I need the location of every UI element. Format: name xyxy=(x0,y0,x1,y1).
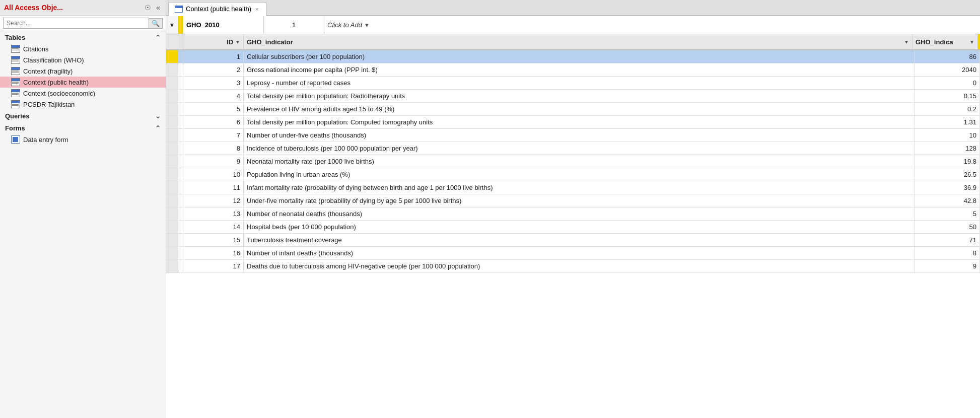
row-id-15: 16 xyxy=(183,247,244,259)
table-row[interactable]: 5 Prevalence of HIV among adults aged 15… xyxy=(166,103,980,116)
col-header-indicator[interactable]: GHO_indicator ▼ xyxy=(244,34,913,49)
row-selector-4 xyxy=(166,103,178,115)
tab-table-icon xyxy=(175,6,183,13)
table-row[interactable]: 13 Number of neonatal deaths (thousands)… xyxy=(166,207,980,221)
row-value-1: 2040 xyxy=(915,63,980,76)
forms-collapse-icon[interactable]: ⌃ xyxy=(155,124,161,132)
row-selector-9 xyxy=(166,168,178,181)
sidebar: All Access Obje... ☉ « 🔍 Tables ⌃ Citati… xyxy=(0,0,166,418)
row-indicator-3: Total density per million population: Ra… xyxy=(244,90,915,102)
row-value-11: 42.8 xyxy=(915,194,980,207)
row-value-12: 5 xyxy=(915,207,980,220)
row-selector-11 xyxy=(166,194,178,207)
row-indicator-16: Deaths due to tuberculosis among HIV-neg… xyxy=(244,260,915,272)
click-to-add-arrow: ▼ xyxy=(364,22,370,28)
table-row[interactable]: 6 Total density per million population: … xyxy=(166,116,980,129)
row-indicator-7: Incidence of tuberculosis (per 100 000 p… xyxy=(244,142,915,155)
sidebar-options-icon[interactable]: ☉ xyxy=(143,3,153,12)
sidebar-collapse-icon[interactable]: « xyxy=(155,3,162,12)
table-icon-pcsdr-tajikistan xyxy=(11,100,20,108)
table-row[interactable]: 12 Under-five mortality rate (probabilit… xyxy=(166,194,980,207)
row-selector-15 xyxy=(166,247,178,259)
row-indicator-13: Hospital beds (per 10 000 population) xyxy=(244,221,915,233)
sidebar-item-label-citations: Citations xyxy=(23,45,49,53)
search-input[interactable] xyxy=(3,18,149,29)
context-click-to-add: Click to Add ▼ xyxy=(324,16,980,34)
sidebar-item-citations[interactable]: Citations xyxy=(0,43,166,54)
row-value-7: 128 xyxy=(915,142,980,155)
row-value-5: 1.31 xyxy=(915,116,980,128)
table-row[interactable]: 4 Total density per million population: … xyxy=(166,90,980,103)
row-indicator-5: Total density per million population: Co… xyxy=(244,116,915,128)
table-row[interactable]: 16 Number of infant deaths (thousands) 8 xyxy=(166,247,980,260)
queries-expand-icon[interactable]: ⌄ xyxy=(155,112,161,120)
row-id-6: 7 xyxy=(183,129,244,142)
sidebar-item-classification-who[interactable]: Classification (WHO) xyxy=(0,54,166,65)
col-header-id-label: ID xyxy=(227,38,233,46)
row-value-10: 36.9 xyxy=(915,181,980,194)
row-value-16: 9 xyxy=(915,260,980,272)
sidebar-item-label-context-socioeconomic: Context (socioeconomic) xyxy=(23,90,95,97)
form-icon-data-entry xyxy=(11,135,20,144)
row-yellow-2 xyxy=(178,77,183,89)
row-id-4: 5 xyxy=(183,103,244,115)
table-row[interactable]: 14 Hospital beds (per 10 000 population)… xyxy=(166,221,980,234)
row-value-6: 10 xyxy=(915,129,980,142)
row-indicator-1: Gross national income per capita (PPP in… xyxy=(244,63,915,76)
row-selector-13 xyxy=(166,221,178,233)
row-value-0: 86 xyxy=(915,50,980,63)
row-id-16: 17 xyxy=(183,260,244,272)
sidebar-item-context-public-health[interactable]: Context (public health) xyxy=(0,77,166,88)
data-rows: 1 Cellular subscribers (per 100 populati… xyxy=(166,50,980,418)
tables-collapse-icon[interactable]: ⌃ xyxy=(155,34,161,41)
row-indicator-6: Number of under-five deaths (thousands) xyxy=(244,129,915,142)
row-yellow-0 xyxy=(178,50,183,63)
row-id-14: 15 xyxy=(183,234,244,246)
row-id-9: 10 xyxy=(183,168,244,181)
col-header-id[interactable]: ID ▼ xyxy=(183,34,244,49)
table-row[interactable]: 11 Infant mortality rate (probability of… xyxy=(166,181,980,194)
table-row[interactable]: 17 Deaths due to tuberculosis among HIV-… xyxy=(166,260,980,273)
row-yellow-4 xyxy=(178,103,183,115)
sidebar-item-label-context-fragility: Context (fragility) xyxy=(23,67,73,75)
tab-context-public-health[interactable]: Context (public health) × xyxy=(168,2,266,16)
row-id-3: 4 xyxy=(183,90,244,102)
col-indicator-sort-icon: ▼ xyxy=(904,39,909,45)
row-yellow-10 xyxy=(178,181,183,194)
col-header-value[interactable]: GHO_indica ▼ xyxy=(913,34,978,49)
expand-arrow[interactable]: ▼ xyxy=(169,22,175,29)
table-row[interactable]: 9 Neonatal mortality rate (per 1000 live… xyxy=(166,155,980,168)
datasheet: ▼ GHO_2010 1 Click to Add ▼ ID ▼ GHO_ind… xyxy=(166,16,980,418)
sidebar-item-context-socioeconomic[interactable]: Context (socioeconomic) xyxy=(0,88,166,99)
row-yellow-14 xyxy=(178,234,183,246)
row-selector-3 xyxy=(166,90,178,102)
table-row[interactable]: 2 Gross national income per capita (PPP … xyxy=(166,63,980,77)
tab-close-button[interactable]: × xyxy=(254,6,259,12)
row-indicator-12: Number of neonatal deaths (thousands) xyxy=(244,207,915,220)
row-yellow-15 xyxy=(178,247,183,259)
sidebar-item-context-fragility[interactable]: Context (fragility) xyxy=(0,65,166,77)
column-headers: ID ▼ GHO_indicator ▼ GHO_indica ▼ xyxy=(166,34,980,50)
sidebar-item-data-entry-form[interactable]: Data entry form xyxy=(0,134,166,145)
table-row[interactable]: 3 Leprosy - number of reported cases 0 xyxy=(166,77,980,90)
table-row[interactable]: 8 Incidence of tuberculosis (per 100 000… xyxy=(166,142,980,155)
sidebar-item-label-pcsdr-tajikistan: PCSDR Tajikistan xyxy=(23,101,75,108)
context-gh-value: GHO_2010 xyxy=(183,16,264,34)
col-right-border xyxy=(978,34,980,49)
table-row[interactable]: 1 Cellular subscribers (per 100 populati… xyxy=(166,50,980,63)
search-button[interactable]: 🔍 xyxy=(149,18,163,29)
sidebar-item-label-classification-who: Classification (WHO) xyxy=(23,56,84,64)
row-value-15: 8 xyxy=(915,247,980,259)
sidebar-item-pcsdr-tajikistan[interactable]: PCSDR Tajikistan xyxy=(0,99,166,110)
section-header-queries: Queries ⌄ xyxy=(0,110,166,122)
table-row[interactable]: 10 Population living in urban areas (%) … xyxy=(166,168,980,181)
section-title-tables: Tables xyxy=(5,34,25,41)
row-value-4: 0.2 xyxy=(915,103,980,115)
row-value-2: 0 xyxy=(915,77,980,89)
table-row[interactable]: 7 Number of under-five deaths (thousands… xyxy=(166,129,980,142)
main-content: Context (public health) × ▼ GHO_2010 1 C… xyxy=(166,0,980,418)
table-row[interactable]: 15 Tuberculosis treatment coverage 71 xyxy=(166,234,980,247)
row-selector-6 xyxy=(166,129,178,142)
row-selector-8 xyxy=(166,155,178,168)
row-id-12: 13 xyxy=(183,207,244,220)
